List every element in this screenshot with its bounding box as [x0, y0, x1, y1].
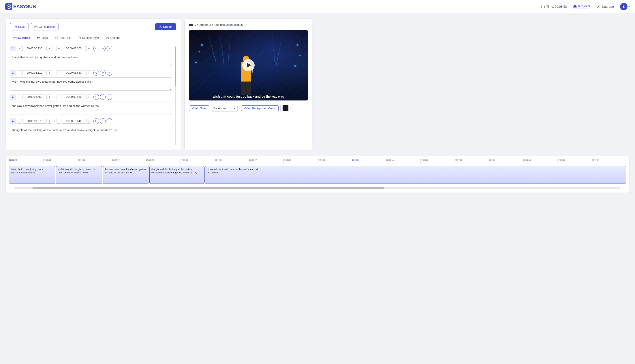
increase-end-4[interactable]: +: [86, 119, 91, 124]
save-button[interactable]: Save: [10, 23, 29, 30]
subtitle-text-4[interactable]: thoughts all the thinking all the parts …: [10, 126, 172, 138]
play-button[interactable]: [242, 59, 255, 72]
refresh-btn-4[interactable]: ↻: [93, 118, 99, 124]
time-input-group-start-1: − +: [17, 46, 52, 51]
tab-options[interactable]: Options: [102, 34, 124, 42]
color-picker-wrapper[interactable]: ▾: [280, 104, 293, 112]
timeline-tracks: i wish that i could just go backand be t…: [9, 166, 626, 184]
add-btn-2[interactable]: +: [100, 70, 106, 76]
remove-btn-3[interactable]: −: [107, 94, 112, 100]
svg-rect-11: [38, 36, 40, 39]
right-panel: 77148a8f5187739c4fcc22e5fd8c5596: [184, 18, 312, 151]
ruler-mark-11: 00:00:11: [386, 159, 420, 163]
add-btn-4[interactable]: +: [100, 118, 106, 124]
ruler-mark-12: 00:00:12: [420, 159, 455, 163]
logo[interactable]: EASYSUB: [5, 3, 36, 10]
video-placeholder: wish that could just go back and be the …: [189, 30, 308, 100]
get-subtitles-button[interactable]: Get subtitles: [31, 23, 59, 30]
end-time-4[interactable]: [62, 119, 86, 124]
subtitle-entry-4: 4 − + - − +: [10, 118, 172, 138]
tab-subtitles[interactable]: Subtitles: [10, 34, 34, 42]
decrease-end-2[interactable]: −: [56, 70, 61, 75]
increase-start-4[interactable]: +: [47, 119, 52, 124]
end-time-1[interactable]: [62, 46, 86, 51]
scrollbar-left-btn[interactable]: ‹: [9, 186, 13, 190]
logo-tab-icon: [37, 36, 40, 40]
decrease-end-4[interactable]: −: [56, 119, 61, 124]
start-time-3[interactable]: [22, 94, 47, 99]
scrollbar-right-btn[interactable]: ›: [622, 186, 626, 190]
ruler-mark-16: 00:00:16: [557, 159, 591, 163]
timeline-track-1[interactable]: i wish that i could just go backand be t…: [9, 166, 55, 184]
avatar[interactable]: S: [620, 3, 627, 10]
start-time-4[interactable]: [22, 119, 47, 124]
home-icon: [573, 4, 577, 8]
increase-end-3[interactable]: +: [86, 94, 91, 99]
timeline-track-5[interactable]: thousand block and because the mall some…: [205, 166, 626, 184]
decrease-start-4[interactable]: −: [17, 119, 22, 124]
user-avatar-wrapper[interactable]: S ▾: [620, 3, 630, 10]
left-panel: Save Get subtitles Export: [5, 18, 181, 151]
end-time-3[interactable]: [62, 94, 86, 99]
decrease-end-1[interactable]: −: [56, 46, 61, 51]
decrease-start-3[interactable]: −: [17, 94, 22, 99]
tab-subtitle-style[interactable]: Subtitle Style: [74, 34, 102, 42]
ruler-mark-0: 00:00:00: [9, 159, 43, 163]
end-time-2[interactable]: [62, 70, 86, 75]
entry-num-1: 1: [10, 46, 16, 51]
refresh-btn-3[interactable]: ↻: [93, 94, 99, 100]
timeline-track-4[interactable]: thoughts all the thinking all the parts …: [149, 166, 204, 184]
add-btn-1[interactable]: +: [100, 46, 106, 51]
time-input-group-start-3: − +: [17, 94, 52, 99]
entry-num-4: 4: [10, 118, 16, 124]
dash-4: -: [54, 120, 55, 123]
ruler-mark-5: 00:00:05: [180, 159, 215, 163]
tab-text-title[interactable]: Text Title: [51, 34, 74, 42]
decrease-start-2[interactable]: −: [17, 70, 22, 75]
increase-start-2[interactable]: +: [47, 70, 52, 75]
refresh-btn-1[interactable]: ↻: [93, 46, 99, 51]
projects-nav[interactable]: Projects: [573, 4, 590, 9]
timeline-track-2[interactable]: wish i was still not give a damn buthow …: [56, 166, 102, 184]
decrease-start-1[interactable]: −: [17, 46, 22, 51]
start-time-1[interactable]: [22, 46, 47, 51]
blue-dot-2: [198, 51, 200, 52]
start-time-2[interactable]: [22, 70, 47, 75]
dash-2: -: [54, 71, 55, 74]
dash-3: -: [54, 96, 55, 99]
decrease-end-3[interactable]: −: [56, 94, 61, 99]
timeline-track-3[interactable]: the way i saw myself had never gotten lo…: [103, 166, 149, 184]
export-button[interactable]: Export: [155, 23, 176, 30]
tab-logo[interactable]: Logo: [34, 34, 51, 42]
subtitle-text-3[interactable]: the way i saw myself had never gotten lo…: [10, 102, 172, 115]
ruler-mark-6: 00:00:06: [215, 159, 249, 163]
dash-1: -: [54, 47, 55, 50]
timeline-scrollbar-wrapper: ‹ ›: [9, 186, 626, 190]
subtitle-text-1[interactable]: i wish that i could just go back and be …: [10, 53, 172, 66]
video-size-select[interactable]: Facebook YouTube Instagram Twitter TikTo…: [211, 105, 238, 112]
ruler-mark-1: 00:00:01: [43, 159, 77, 163]
header-right: Time: 00:08:58 Projects Upgrade S ▾: [541, 3, 630, 10]
user-icon: [597, 5, 600, 8]
increase-end-1[interactable]: +: [86, 46, 91, 51]
scrollbar-track[interactable]: [14, 187, 621, 189]
toolbar: Save Get subtitles Export: [10, 23, 176, 30]
export-icon: [159, 25, 162, 28]
remove-btn-1[interactable]: −: [107, 46, 112, 51]
time-input-group-end-2: − +: [56, 70, 91, 75]
svg-point-2: [598, 5, 599, 6]
time-row-2: 2 − + - − +: [10, 70, 172, 76]
remove-btn-2[interactable]: −: [107, 70, 112, 76]
time-row-4: 4 − + - − +: [10, 118, 172, 124]
subtitle-text-2[interactable]: wish i was still not give a damn but how…: [10, 77, 172, 90]
upgrade-nav[interactable]: Upgrade: [597, 5, 614, 8]
performer-legs: [241, 82, 251, 95]
svg-rect-8: [14, 37, 16, 39]
increase-end-2[interactable]: +: [86, 70, 91, 75]
refresh-btn-2[interactable]: ↻: [93, 70, 99, 76]
add-btn-3[interactable]: +: [100, 94, 106, 100]
increase-start-3[interactable]: +: [47, 94, 52, 99]
action-btns-4: ↻ + −: [93, 118, 112, 124]
increase-start-1[interactable]: +: [47, 46, 52, 51]
remove-btn-4[interactable]: −: [107, 118, 112, 124]
